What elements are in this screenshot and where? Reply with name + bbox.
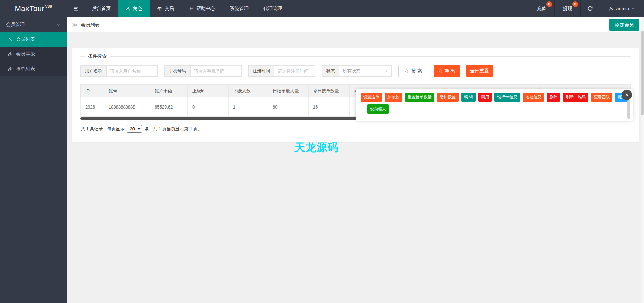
refresh-qrcode-button[interactable]: 刷新二维码 [563, 93, 588, 102]
refresh-button[interactable] [580, 0, 600, 17]
recharge-badge: 0 [546, 1, 552, 7]
sidebar-item-grab-order-list[interactable]: 抢单列表 [0, 61, 67, 76]
close-popup-button[interactable] [622, 90, 632, 100]
caret-down-icon [384, 69, 388, 73]
address-info-button[interactable]: 地址信息 [523, 93, 544, 102]
username-input[interactable] [107, 65, 158, 77]
nav-item-help-center[interactable]: 帮助中心 [181, 0, 222, 17]
col-header-today-orders: 今日接单数量 [309, 85, 350, 97]
col-header-id: ID [81, 85, 104, 97]
person-icon [125, 6, 130, 11]
search-icon [404, 69, 409, 74]
search-button[interactable]: 搜 索 [398, 65, 427, 77]
popup-scrollbar[interactable] [627, 100, 630, 119]
link-icon [8, 67, 13, 71]
nav-label: 交易 [165, 6, 174, 12]
reset-grab-count-button[interactable]: 重置抢单数量 [405, 93, 434, 102]
phone-label: 手机号码 [164, 65, 191, 77]
search-row: 用户名称 手机号码 注册时间 状态 所有状态 [80, 65, 631, 77]
row-actions-popup: 设置连单 加扣款 重置抢单数量 暗扣设置 编 辑 禁用 银行卡信息 地址信息 删… [356, 89, 633, 121]
page-scrollbar-thumb[interactable] [641, 31, 644, 115]
cell-account: 18888888888 [104, 97, 150, 117]
topbar-right: 充值 0 提现 0 admin [529, 0, 644, 17]
col-header-sub-count: 下级人数 [229, 85, 268, 97]
export-button[interactable]: 导 出 [434, 65, 460, 77]
nav-item-system-mgmt[interactable]: 系统管理 [222, 0, 256, 17]
regtime-field-group: 注册时间 [248, 65, 315, 77]
reset-all-button[interactable]: 全部重置 [466, 65, 493, 77]
nav-item-agent-mgmt[interactable]: 代理管理 [256, 0, 289, 17]
app-logo: MaxTourV88 [0, 0, 67, 17]
sidebar-item-label: 会员等级 [16, 51, 35, 57]
person-icon [8, 37, 13, 42]
edit-button[interactable]: 编 辑 [461, 93, 476, 102]
watermark: 天龙源码 [294, 140, 339, 155]
export-button-label: 导 出 [445, 68, 455, 74]
scales-icon [157, 6, 162, 11]
top-navigation: 后台首页 角色 交易 帮助中心 系统管理 [85, 0, 289, 17]
user-icon [609, 6, 614, 11]
search-panel-title: 条件搜索 [85, 53, 110, 59]
nav-label: 后台首页 [92, 6, 111, 12]
view-team-button[interactable]: 查看团队 [591, 93, 612, 102]
cell-daily-max: 60 [268, 97, 309, 117]
chevron-down-icon [57, 23, 61, 27]
sidebar-toggle-button[interactable] [67, 0, 85, 17]
page-size-select[interactable]: 20 [127, 125, 142, 133]
delete-button[interactable]: 删除 [547, 93, 560, 102]
regtime-label: 注册时间 [248, 65, 274, 77]
logo-text: MaxTour [15, 4, 45, 13]
sidebar-item-member-list[interactable]: 会员列表 [0, 32, 67, 47]
nav-item-roles[interactable]: 角色 [118, 0, 150, 17]
app: MaxTourV88 后台首页 角色 交易 [0, 0, 644, 303]
chevron-up-icon [631, 7, 635, 11]
col-header-parent-id: 上级id [188, 85, 229, 97]
main-content: ≫ 会员列表 添加会员 条件搜索 用户名称 手机号码 注册时间 [67, 17, 644, 303]
actions-row-2: 设为假人 [367, 104, 623, 114]
sidebar: 会员管理 会员列表 会员等级 抢单列表 [0, 17, 67, 303]
nav-label: 系统管理 [230, 6, 249, 12]
hamburger-icon [73, 6, 79, 12]
status-select[interactable]: 所有状态 [339, 65, 392, 77]
col-header-daily-max: 日结单最大量 [268, 85, 309, 97]
cell-today-orders: 16 [309, 97, 350, 117]
user-name: admin [616, 6, 629, 11]
nav-item-dashboard[interactable]: 后台首页 [85, 0, 118, 17]
set-combo-order-button[interactable]: 设置连单 [361, 93, 382, 102]
username-field-group: 用户名称 [80, 65, 158, 77]
pagination-prefix: 共 1 条记录，每页显示 [80, 126, 124, 132]
regtime-input[interactable] [274, 65, 315, 77]
cell-sub-count: 1 [229, 97, 268, 117]
bank-card-info-button[interactable]: 银行卡信息 [494, 93, 520, 102]
nav-label: 帮助中心 [196, 6, 215, 12]
disable-button[interactable]: 禁用 [478, 93, 492, 102]
sidebar-item-label: 会员列表 [16, 36, 35, 42]
status-select-value: 所有状态 [343, 68, 360, 74]
sidebar-submenu: 会员列表 会员等级 抢单列表 [0, 32, 67, 76]
sidebar-group-label: 会员管理 [6, 21, 25, 28]
topbar: MaxTourV88 后台首页 角色 交易 [0, 0, 644, 17]
withdraw-badge: 0 [572, 1, 578, 7]
table-horizontal-scrollbar[interactable] [80, 117, 356, 120]
withdraw-link[interactable]: 提现 0 [554, 0, 580, 17]
sidebar-item-member-level[interactable]: 会员等级 [0, 47, 67, 61]
flag-icon [189, 6, 194, 11]
add-deduct-funds-button[interactable]: 加扣款 [385, 93, 402, 102]
link-icon [8, 52, 13, 56]
col-header-balance: 账户余额 [150, 85, 188, 97]
sidebar-item-label: 抢单列表 [16, 66, 35, 72]
sidebar-group-member-mgmt[interactable]: 会员管理 [0, 17, 67, 32]
refresh-icon [587, 6, 593, 11]
phone-field-group: 手机号码 [164, 65, 241, 77]
withdraw-label: 提现 [563, 6, 572, 12]
phone-input[interactable] [191, 65, 241, 77]
recharge-link[interactable]: 充值 0 [529, 0, 554, 17]
logo-version: V88 [45, 4, 52, 8]
nav-item-transactions[interactable]: 交易 [150, 0, 181, 17]
set-as-fake-user-button[interactable]: 设为假人 [367, 104, 389, 114]
add-member-button[interactable]: 添加会员 [609, 19, 639, 31]
cell-parent-id: 0 [188, 97, 229, 117]
user-menu[interactable]: admin [600, 0, 644, 17]
hidden-deduct-settings-button[interactable]: 暗扣设置 [437, 93, 459, 102]
actions-row-1: 设置连单 加扣款 重置抢单数量 暗扣设置 编 辑 禁用 银行卡信息 地址信息 删… [361, 93, 623, 102]
